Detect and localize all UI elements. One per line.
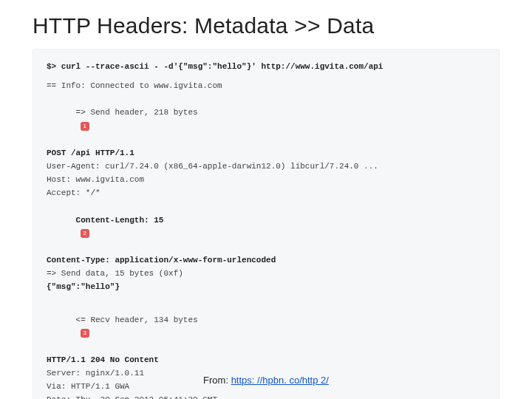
code-block: $> curl --trace-ascii - -d'{"msg":"hello… xyxy=(33,49,499,399)
code-host: Host: www.igvita.com xyxy=(47,173,485,186)
source-line: From: https: //hpbn. co/http 2/ xyxy=(0,375,532,386)
code-send-header: => Send header, 218 bytes xyxy=(76,108,198,117)
badge-1-icon: 1 xyxy=(81,122,89,131)
code-user-agent: User-Agent: curl/7.24.0 (x86_64-apple-da… xyxy=(47,160,485,173)
code-body: {"msg":"hello"} xyxy=(47,280,485,293)
code-request-line: POST /api HTTP/1.1 xyxy=(47,146,485,160)
code-date: Date: Thu, 20 Sep 2012 05:41:30 GMT xyxy=(47,393,485,399)
source-prefix: From: xyxy=(203,375,231,386)
code-content-length-line: Content-Length: 15 2 xyxy=(47,200,485,253)
badge-3-icon: 3 xyxy=(81,329,89,338)
code-content-type: Content-Type: application/x-www-form-url… xyxy=(47,253,485,267)
code-info: == Info: Connected to www.igvita.com xyxy=(47,79,485,92)
code-accept: Accept: */* xyxy=(47,186,485,200)
badge-2-icon: 2 xyxy=(81,229,89,238)
code-cmd: $> curl --trace-ascii - -d'{"msg":"hello… xyxy=(47,60,485,73)
code-status: HTTP/1.1 204 No Content xyxy=(47,353,485,366)
code-send-header-line: => Send header, 218 bytes 1 xyxy=(47,92,485,146)
code-recv-header-line: <= Recv header, 134 bytes 3 xyxy=(47,299,485,353)
code-send-data: => Send data, 15 bytes (0xf) xyxy=(47,267,485,280)
slide-title: HTTP Headers: Metadata >> Data xyxy=(33,13,499,38)
code-recv-header: <= Recv header, 134 bytes xyxy=(76,316,198,324)
code-content-length: Content-Length: 15 xyxy=(76,216,164,225)
source-link[interactable]: https: //hpbn. co/http 2/ xyxy=(231,375,329,386)
